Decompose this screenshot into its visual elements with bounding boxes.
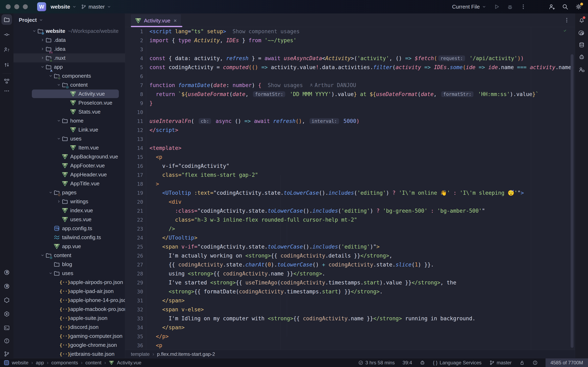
chevron-down-icon[interactable] — [56, 83, 62, 87]
chevron-down-icon[interactable] — [40, 65, 45, 69]
line-number[interactable]: 5 — [125, 64, 143, 70]
highlighting-level-icon[interactable] — [532, 360, 538, 365]
code-line-26[interactable]: 26 I'm actually working on <strong>{{ co… — [125, 251, 575, 260]
line-number[interactable]: 17 — [125, 172, 143, 178]
tree-item-pages[interactable]: pages — [13, 188, 125, 197]
tree-item-appbackground-vue[interactable]: AppBackground.vue — [13, 152, 125, 161]
chevron-right-icon[interactable] — [56, 200, 62, 203]
run-configuration-selector[interactable]: Current File — [452, 4, 486, 10]
caret-position-widget[interactable]: 39:4 — [403, 360, 412, 366]
line-number[interactable]: 24 — [125, 235, 143, 241]
code-with-me-button[interactable] — [548, 3, 555, 10]
version-control-tool-button[interactable] — [1, 349, 12, 359]
tree-item--data[interactable]: .data — [13, 35, 125, 44]
code-line-29[interactable]: 29 I've started <strong>{{ useTimeAgo(co… — [125, 278, 575, 287]
tree-item-apple-macbook-pro-json[interactable]: {··}apple-macbook-pro.json — [13, 305, 125, 314]
run-button[interactable] — [493, 3, 500, 10]
tree-item-app[interactable]: Aapp — [13, 62, 125, 71]
code-line-1[interactable]: 1<script lang="ts" setup> Show component… — [125, 27, 575, 36]
line-number[interactable]: 29 — [125, 280, 143, 286]
r-tool-1-tool-button[interactable] — [1, 267, 12, 278]
chevron-right-icon[interactable] — [40, 38, 45, 42]
code-line-17[interactable]: 17 class="flex items-start gap-2" — [125, 170, 575, 179]
chevron-down-icon[interactable] — [48, 271, 53, 275]
window-controls[interactable] — [6, 4, 31, 9]
copilot-tool-button[interactable] — [578, 54, 585, 60]
code-viewport[interactable]: 1<script lang="ts" setup> Show component… — [125, 27, 575, 350]
tree-item-link-vue[interactable]: Link.vue — [13, 125, 125, 134]
line-number[interactable]: 33 — [125, 316, 143, 322]
database-tool-button[interactable] — [578, 42, 585, 48]
code-line-23[interactable]: 23 /> — [125, 224, 575, 233]
code-line-21[interactable]: 21 :class="codingActivity.state.toLowerC… — [125, 206, 575, 215]
line-number[interactable]: 11 — [125, 118, 143, 124]
tree-item-content[interactable]: content — [13, 251, 125, 260]
code-line-33[interactable]: 33 I'm Idling on my computer with <stron… — [125, 314, 575, 323]
tree-item-google-chrome-json[interactable]: {··}google-chrome.json — [13, 341, 125, 350]
code-line-9[interactable]: 9} — [125, 99, 575, 108]
code-line-28[interactable]: 28 using <strong>{{ codingActivity.name … — [125, 269, 575, 278]
code-line-34[interactable]: 34 </span> — [125, 323, 575, 332]
editor-scrollbar[interactable] — [571, 54, 573, 348]
code-line-12[interactable]: 12</script> — [125, 125, 575, 134]
chevron-down-icon[interactable] — [48, 74, 53, 78]
tree-item-website[interactable]: website~/Workspace/website — [13, 26, 125, 35]
tree-item-item-vue[interactable]: Item.vue — [13, 143, 125, 152]
line-number[interactable]: 1 — [125, 29, 143, 34]
settings-button[interactable] — [575, 3, 582, 10]
tree-item-writings[interactable]: writings — [13, 197, 125, 206]
tree-item-uses[interactable]: uses — [13, 134, 125, 143]
code-line-22[interactable]: 22 class="h-3 w-3 inline-flex rounded-fu… — [125, 215, 575, 224]
line-number[interactable]: 19 — [125, 190, 143, 196]
tree-item-app-config-ts[interactable]: TSapp.config.ts — [13, 224, 125, 233]
crumb[interactable]: components — [51, 360, 78, 366]
memory-indicator[interactable]: 4585 of 7700M — [545, 359, 588, 367]
code-line-7[interactable]: 7function formatDate(date: number) { Sho… — [125, 81, 575, 90]
code-line-19[interactable]: 19 <UTooltip :text="codingActivity.state… — [125, 188, 575, 197]
line-number[interactable]: 20 — [125, 199, 143, 205]
code-line-35[interactable]: 35 </p> — [125, 332, 575, 341]
code-line-25[interactable]: 25 <span v-if="codingActivity.state.toLo… — [125, 242, 575, 251]
code-line-27[interactable]: 27 {{ codingActivity.state.charAt(0).toL… — [125, 260, 575, 269]
code-line-14[interactable]: 14<template> — [125, 143, 575, 152]
tree-item-jetbrains-suite-json[interactable]: {··}jetbrains-suite.json — [13, 350, 125, 359]
line-number[interactable]: 7 — [125, 82, 143, 88]
line-number[interactable]: 25 — [125, 244, 143, 250]
code-line-31[interactable]: 31 </span> — [125, 296, 575, 305]
chevron-right-icon[interactable] — [40, 56, 45, 60]
time-tracker-widget[interactable]: 3 hrs 58 mins — [358, 360, 395, 366]
line-number[interactable]: 22 — [125, 217, 143, 223]
line-number[interactable]: 35 — [125, 334, 143, 340]
line-number[interactable]: 21 — [125, 208, 143, 214]
line-number[interactable]: 18 — [125, 181, 143, 187]
tree-item-content[interactable]: content — [13, 80, 125, 89]
project-widget[interactable]: website — [51, 4, 77, 10]
line-number[interactable]: 36 — [125, 342, 143, 349]
inspections-ok-icon[interactable] — [563, 29, 570, 35]
code-line-15[interactable]: 15 <p — [125, 152, 575, 161]
tree-item--nuxt[interactable]: .nuxt — [13, 53, 125, 62]
line-number[interactable]: 30 — [125, 289, 143, 295]
project-view-selector[interactable]: Project — [13, 13, 125, 26]
tree-item-activity-vue[interactable]: Activity.vue — [13, 89, 125, 98]
line-number[interactable]: 3 — [125, 47, 143, 52]
tree-item-components[interactable]: components — [13, 71, 125, 80]
line-number[interactable]: 12 — [125, 127, 143, 133]
code-line-13[interactable]: 13 — [125, 134, 575, 143]
breadcrumb-element[interactable]: p.flex.md:items-start.gap-2 — [157, 351, 215, 357]
tree-item-appheader-vue[interactable]: AppHeader.vue — [13, 170, 125, 179]
code-line-30[interactable]: 30 <strong>{{ formatDate(codingActivity.… — [125, 287, 575, 296]
chevron-down-icon[interactable] — [40, 253, 45, 257]
code-line-4[interactable]: 4const { data: activity, refresh } = awa… — [125, 54, 575, 63]
tree-item-home[interactable]: home — [13, 116, 125, 125]
services-tool-button[interactable] — [1, 309, 12, 319]
crumb-file[interactable]: Activity.vue — [117, 360, 141, 366]
zoom-window-button[interactable] — [23, 4, 28, 9]
line-number[interactable]: 10 — [125, 109, 143, 115]
code-line-32[interactable]: 32 <span v-else> — [125, 305, 575, 314]
code-line-6[interactable]: 6 — [125, 72, 575, 81]
tree-item-stats-vue[interactable]: Stats.vue — [13, 107, 125, 116]
minimize-window-button[interactable] — [14, 4, 19, 9]
more-actions-button[interactable] — [520, 4, 526, 10]
tree-item-tailwind-config-ts[interactable]: tailwind.config.ts — [13, 233, 125, 242]
